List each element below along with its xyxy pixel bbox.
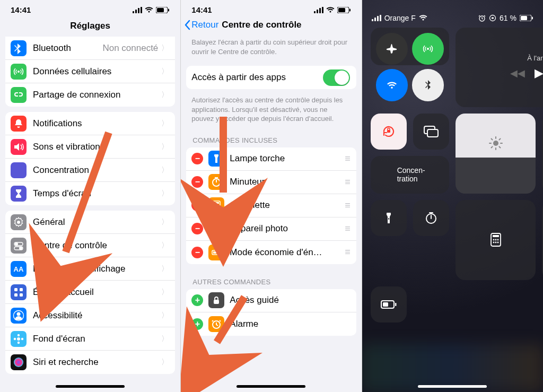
settings-row-label: Luminosité et affichage [33, 264, 161, 274]
home-indicator[interactable] [237, 385, 305, 388]
svg-point-91 [497, 239, 498, 241]
airplane-toggle[interactable] [376, 33, 408, 65]
brightness-icon [489, 136, 503, 150]
settings-group-connectivity: BluetoothNon connecté〉Données cellulaire… [5, 37, 175, 107]
cc-timer-tile[interactable] [413, 200, 449, 236]
wifi-icon [386, 81, 398, 90]
bt-icon [11, 40, 27, 56]
settings-row-aux: Non connecté [102, 43, 158, 54]
header-included: Commandes incluses [181, 128, 361, 147]
settings-row-label: Centre de contrôle [33, 240, 161, 251]
add-button[interactable]: + [191, 318, 203, 330]
header-more: Autres commandes [181, 269, 361, 289]
concentration-label: Concen- tration [397, 166, 425, 183]
add-button[interactable]: + [191, 294, 203, 306]
remove-button[interactable]: − [191, 199, 203, 211]
svg-rect-82 [387, 213, 391, 215]
antenna-icon [11, 64, 27, 80]
settings-row-concentration[interactable]: Concentration〉 [5, 159, 175, 182]
cc-calculator-tile[interactable] [456, 200, 536, 280]
control-row-lampe-torche[interactable]: −Lampe torche≡ [186, 147, 356, 171]
control-row-calculette[interactable]: −Calculette≡ [186, 194, 356, 217]
alarm-icon [208, 316, 224, 332]
remove-button[interactable]: − [191, 153, 203, 164]
svg-rect-56 [372, 19, 373, 21]
svg-point-7 [17, 71, 20, 73]
access-apps-label: Accès à partir des apps [191, 72, 322, 83]
included-controls-group: −Lampe torche≡−Minuteur≡−Calculette≡−App… [186, 147, 356, 264]
media-play-icon[interactable]: ▶ [535, 66, 543, 80]
wifi-toggle[interactable] [376, 69, 408, 101]
grid-icon [11, 284, 27, 300]
status-right-icons [314, 7, 351, 13]
control-row-appareil-photo[interactable]: −Appareil photo≡ [186, 217, 356, 241]
settings-row--cran-d-accueil[interactable]: Écran d'accueil〉 [5, 281, 175, 304]
drag-handle-icon[interactable]: ≡ [345, 247, 351, 258]
svg-rect-14 [14, 288, 17, 291]
drag-handle-icon[interactable]: ≡ [345, 177, 351, 188]
settings-row-label: Écran d'accueil [33, 287, 161, 298]
control-row-mode-conomie-d-n-[interactable]: −Mode économie d'én…≡ [186, 241, 356, 264]
cc-connectivity-tile[interactable] [371, 28, 450, 65]
settings-row-label: Accessibilité [33, 310, 161, 321]
svg-point-41 [216, 205, 217, 206]
control-row-label: Minuteur [230, 177, 345, 187]
back-button[interactable]: Retour [184, 20, 218, 30]
remove-button[interactable]: − [191, 247, 203, 258]
settings-row-donn-es-cellulaires[interactable]: Données cellulaires〉 [5, 60, 175, 83]
settings-row-notifications[interactable]: Notifications〉 [5, 112, 175, 135]
cc-low-power-tile[interactable] [371, 286, 407, 323]
cc-grid: À l'arrêt ◀◀ ▶ ▶▶ Concen- tration [362, 28, 543, 237]
drag-handle-icon[interactable]: ≡ [345, 200, 351, 211]
access-apps-row[interactable]: Accès à partir des apps [186, 66, 356, 89]
svg-rect-28 [317, 10, 318, 13]
home-indicator[interactable] [418, 385, 487, 388]
settings-row-accessibilit-[interactable]: Accessibilité〉 [5, 304, 175, 327]
cc-concentration-tile[interactable]: Concen- tration [371, 156, 450, 194]
svg-point-44 [216, 207, 217, 208]
cc-torch-tile[interactable] [371, 200, 407, 236]
svg-rect-0 [133, 11, 134, 13]
hourglass-icon [11, 186, 27, 202]
cc-brightness-tile[interactable] [456, 114, 536, 194]
moon-icon [11, 162, 27, 178]
svg-point-89 [493, 239, 494, 241]
chevron-left-icon [184, 20, 190, 30]
bluetooth-toggle[interactable] [412, 69, 444, 101]
svg-rect-6 [168, 8, 169, 11]
calc-icon [208, 197, 224, 213]
remove-button[interactable]: − [191, 176, 203, 188]
svg-rect-30 [322, 7, 323, 13]
settings-row-fond-d-cran[interactable]: Fond d'écran〉 [5, 327, 175, 351]
cc-media-tile[interactable]: À l'arrêt ◀◀ ▶ ▶▶ [456, 28, 543, 107]
remove-button[interactable]: − [191, 223, 203, 234]
settings-row-g-n-ral[interactable]: Général〉 [5, 211, 175, 234]
control-row-alarme[interactable]: +Alarme [186, 312, 356, 336]
cellular-toggle[interactable] [412, 33, 444, 65]
settings-row-siri-et-recherche[interactable]: Siri et recherche〉 [5, 351, 175, 374]
cc-screen-mirroring-tile[interactable] [413, 114, 449, 150]
access-apps-toggle[interactable] [323, 69, 350, 86]
settings-row-sons-et-vibrations[interactable]: Sons et vibrations〉 [5, 135, 175, 159]
settings-row-label: Temps d'écran [33, 188, 161, 199]
svg-rect-88 [493, 235, 499, 237]
settings-row-temps-d-cran[interactable]: Temps d'écran〉 [5, 182, 175, 205]
settings-row-bluetooth[interactable]: BluetoothNon connecté〉 [5, 37, 175, 60]
settings-row-partage-de-connexion[interactable]: Partage de connexion〉 [5, 83, 175, 107]
bell-icon [11, 116, 27, 132]
settings-row-centre-de-contr-le[interactable]: Centre de contrôle〉 [5, 234, 175, 257]
svg-line-77 [491, 139, 492, 140]
cc-rotation-lock-tile[interactable] [371, 114, 407, 150]
media-prev-icon[interactable]: ◀◀ [510, 67, 525, 79]
rotation-lock-icon [489, 14, 496, 22]
settings-row-label: Concentration [33, 165, 161, 176]
svg-rect-69 [387, 130, 390, 133]
control-row-acc-s-guid-[interactable]: +Accès guidé [186, 289, 356, 312]
wifi-icon [326, 7, 335, 13]
control-row-minuteur[interactable]: −Minuteur≡ [186, 171, 356, 194]
home-indicator[interactable] [56, 385, 125, 388]
drag-handle-icon[interactable]: ≡ [345, 153, 351, 164]
drag-handle-icon[interactable]: ≡ [345, 223, 351, 234]
settings-row-luminosit-et-affichage[interactable]: AALuminosité et affichage〉 [5, 257, 175, 281]
svg-point-24 [21, 337, 23, 339]
